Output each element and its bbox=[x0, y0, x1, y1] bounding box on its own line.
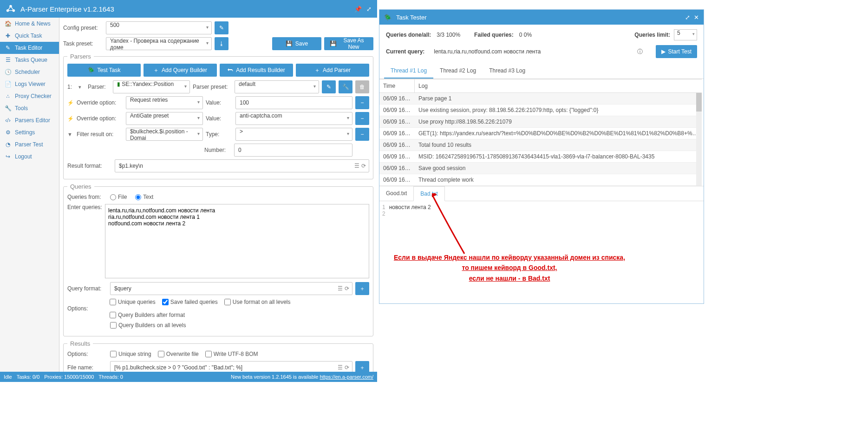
edit-parser-button[interactable]: ✎ bbox=[322, 80, 336, 93]
filename-label: File name: bbox=[67, 364, 107, 371]
override-option-select[interactable]: Request retries bbox=[126, 96, 203, 109]
sidebar-item-label: Tools bbox=[15, 105, 28, 112]
override-value-input[interactable]: 100 bbox=[235, 96, 352, 109]
download-preset-button[interactable]: ⭳ bbox=[215, 37, 228, 50]
queries-from-text-radio[interactable]: Text bbox=[135, 194, 153, 200]
reload-icon[interactable]: ⟳ bbox=[345, 364, 349, 371]
result-format-label: Result format: bbox=[67, 163, 112, 169]
pin-icon[interactable]: 📌 bbox=[354, 6, 362, 13]
add-parser-button[interactable]: ＋Add Parser bbox=[296, 64, 369, 77]
log-time: 06/09 16:5... bbox=[379, 163, 415, 174]
start-test-button[interactable]: ▶Start Test bbox=[656, 45, 697, 58]
write-utf8-bom-checkbox[interactable]: Write UTF-8 BOM bbox=[205, 351, 258, 357]
use-format-all-levels-checkbox[interactable]: Use format on all levels bbox=[224, 299, 291, 305]
save-failed-queries-checkbox[interactable]: Save failed queries bbox=[162, 299, 218, 305]
result-format-input[interactable]: $p1.key\n☰⟳ bbox=[115, 159, 369, 172]
list-icon[interactable]: ☰ bbox=[354, 163, 359, 169]
number-input[interactable]: 0 bbox=[234, 144, 352, 157]
code-icon: ‹/› bbox=[5, 117, 11, 124]
filter-icon: ▼ bbox=[67, 131, 74, 137]
sidebar-item-proxy-checker[interactable]: ⛬Proxy Checker bbox=[0, 90, 59, 102]
log-time: 06/09 16:5... bbox=[379, 174, 415, 185]
sidebar-item-label: Settings bbox=[15, 129, 35, 136]
sidebar-item-label: Parsers Editor bbox=[15, 117, 50, 124]
tab-thread-1[interactable]: Thread #1 Log bbox=[384, 64, 433, 79]
query-format-input[interactable]: $query☰⟳ bbox=[110, 282, 352, 295]
reload-icon[interactable]: ⟳ bbox=[345, 285, 349, 292]
list-icon[interactable]: ☰ bbox=[338, 364, 343, 371]
close-icon[interactable]: ✕ bbox=[694, 14, 699, 21]
thread-tabs: Thread #1 Log Thread #2 Log Thread #3 Lo… bbox=[379, 64, 704, 79]
sidebar-item-logout[interactable]: ↪Logout bbox=[0, 151, 59, 163]
queries-limit-select[interactable]: 5 bbox=[674, 29, 697, 40]
sidebar-item-parser-test[interactable]: ◔Parser Test bbox=[0, 138, 59, 151]
filter-type-select[interactable]: > bbox=[235, 128, 352, 141]
edit-config-button[interactable]: ✎ bbox=[215, 21, 228, 34]
tab-bad-txt[interactable]: Bad.txt bbox=[413, 186, 444, 201]
sidebar-item-label: Proxy Checker bbox=[15, 93, 52, 99]
maximize-icon[interactable]: ⤢ bbox=[685, 14, 690, 21]
failed-queries-value: 0 0% bbox=[519, 32, 532, 38]
sidebar-item-logs-viewer[interactable]: 📄Logs Viewer bbox=[0, 78, 59, 90]
remove-row-button[interactable]: − bbox=[355, 96, 369, 109]
log-row: 06/09 16:5...GET(1): https://yandex.ru/s… bbox=[379, 128, 702, 139]
bug-icon: 🪲 bbox=[88, 67, 95, 73]
filename-input[interactable]: [% p1.bulkcheck.size > 0 ? "Good.txt" : … bbox=[110, 361, 352, 372]
sidebar-item-scheduler[interactable]: 🕓Scheduler bbox=[0, 66, 59, 78]
filter-result-select[interactable]: $bulkcheck.$i.position - Domai bbox=[126, 128, 203, 141]
maximize-icon[interactable]: ⤢ bbox=[366, 6, 372, 13]
qb-after-format-checkbox[interactable]: Query Builders after format bbox=[110, 312, 185, 318]
plus-icon: ＋ bbox=[153, 66, 159, 74]
tab-thread-2[interactable]: Thread #2 Log bbox=[433, 64, 483, 79]
sidebar-item-task-editor[interactable]: ✎Task Editor bbox=[0, 42, 59, 54]
test-task-button[interactable]: 🪲Test Task bbox=[67, 64, 141, 77]
parser-select[interactable]: ▮ SE::Yandex::Position bbox=[113, 80, 190, 93]
sidebar-item-parsers-editor[interactable]: ‹/›Parsers Editor bbox=[0, 114, 59, 126]
queries-done-value: 3/3 100% bbox=[437, 32, 460, 38]
edit-icon: ✎ bbox=[5, 45, 11, 51]
bug-icon: 🪲 bbox=[384, 14, 392, 21]
tab-thread-3[interactable]: Thread #3 Log bbox=[483, 64, 532, 79]
beta-link[interactable]: https://en.a-parser.com/ bbox=[320, 374, 373, 380]
unique-string-checkbox[interactable]: Unique string bbox=[110, 351, 151, 357]
info-icon[interactable]: ⓘ bbox=[637, 48, 643, 56]
chevron-down-icon[interactable]: ▾ bbox=[78, 84, 85, 90]
config-preset-select[interactable]: 500 bbox=[106, 21, 212, 34]
remove-row-button[interactable]: − bbox=[355, 128, 369, 141]
results-fieldset: Results Options: Unique string Overwrite… bbox=[63, 340, 373, 372]
override-option-select[interactable]: AntiGate preset bbox=[126, 112, 203, 125]
sidebar-item-settings[interactable]: ⚙Settings bbox=[0, 126, 59, 138]
add-filename-button[interactable]: ＋ bbox=[355, 361, 369, 372]
sidebar-item-quick-task[interactable]: ✚Quick Task bbox=[0, 30, 59, 42]
unique-queries-checkbox[interactable]: Unique queries bbox=[110, 299, 156, 305]
filter-label: Filter result on: bbox=[77, 131, 123, 138]
parser-label: Parser: bbox=[88, 84, 110, 90]
qb-all-levels-checkbox[interactable]: Query Builders on all levels bbox=[110, 322, 186, 329]
sidebar-item-tools[interactable]: 🔧Tools bbox=[0, 102, 59, 114]
log-row: 06/09 16:5...Save good session bbox=[379, 163, 702, 174]
task-preset-select[interactable]: Yandex - Проверка на содержание доме bbox=[106, 37, 212, 50]
delete-parser-button[interactable]: 🗑 bbox=[355, 80, 369, 93]
sidebar-item-home[interactable]: 🏠Home & News bbox=[0, 18, 59, 30]
parsers-legend: Parsers bbox=[67, 53, 94, 60]
overwrite-file-checkbox[interactable]: Overwrite file bbox=[158, 351, 199, 357]
status-bar: Idle Tasks: 0/0 Proxies: 15000/15000 Thr… bbox=[0, 372, 377, 382]
save-button[interactable]: 💾Save bbox=[272, 37, 321, 50]
remove-row-button[interactable]: − bbox=[355, 112, 369, 125]
add-query-builder-button[interactable]: ＋Add Query Builder bbox=[144, 64, 217, 77]
add-query-format-button[interactable]: ＋ bbox=[355, 282, 369, 295]
save-as-new-button[interactable]: 💾Save As New bbox=[324, 37, 373, 50]
parser-preset-select[interactable]: default bbox=[235, 80, 319, 93]
queries-from-file-radio[interactable]: File bbox=[110, 194, 127, 200]
task-tester-title: Task Tester bbox=[396, 14, 427, 21]
reload-icon[interactable]: ⟳ bbox=[361, 163, 366, 169]
log-scrollbar[interactable] bbox=[696, 93, 702, 186]
override-value-select[interactable]: anti-captcha.com bbox=[235, 112, 352, 125]
queries-textarea[interactable] bbox=[105, 204, 369, 278]
list-icon[interactable]: ☰ bbox=[338, 285, 343, 292]
tab-good-txt[interactable]: Good.txt bbox=[379, 186, 413, 201]
add-results-builder-button[interactable]: ⮪Add Results Builder bbox=[220, 64, 293, 77]
sidebar-item-tasks-queue[interactable]: ☰Tasks Queue bbox=[0, 54, 59, 66]
settings-parser-button[interactable]: 🔧 bbox=[339, 80, 352, 93]
sidebar-item-label: Tasks Queue bbox=[15, 57, 47, 63]
